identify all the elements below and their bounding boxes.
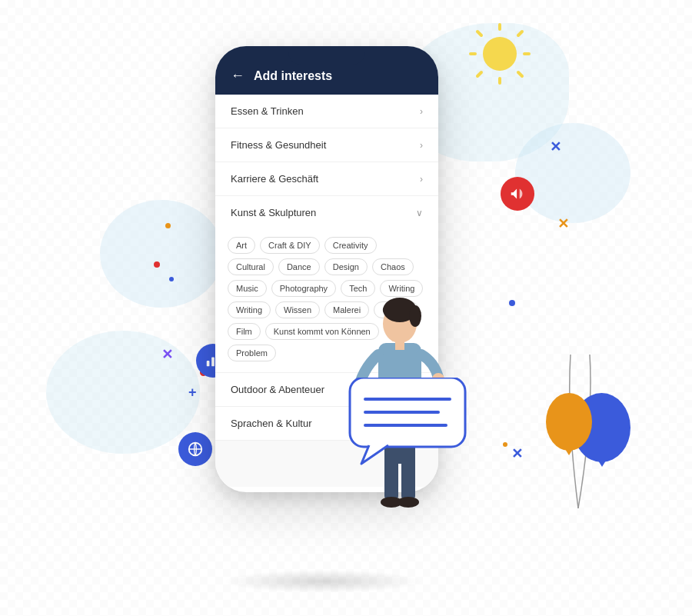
category-fitness[interactable]: Fitness & Gesundheit › bbox=[215, 128, 438, 162]
dot-blue-1 bbox=[169, 277, 174, 281]
tag-creativity[interactable]: Creativity bbox=[324, 237, 377, 254]
cross-blue-3: ✕ bbox=[511, 445, 523, 462]
blob-left bbox=[100, 200, 223, 308]
category-name-kunst: Kunst & Skulpturen bbox=[231, 207, 316, 218]
category-name-outdoor: Outdoor & Abenteuer bbox=[231, 384, 324, 395]
category-karriere[interactable]: Karriere & Geschäft › bbox=[215, 162, 438, 196]
tag-dance[interactable]: Dance bbox=[278, 258, 320, 275]
tag-craft[interactable]: Craft & DIY bbox=[260, 237, 320, 254]
svg-line-5 bbox=[477, 32, 481, 35]
category-name-sprachen: Sprachen & Kultur bbox=[231, 418, 312, 429]
dot-red-1 bbox=[154, 261, 160, 268]
tag-wissen[interactable]: Wissen bbox=[275, 301, 320, 318]
svg-line-8 bbox=[477, 72, 481, 76]
chevron-icon-karriere: › bbox=[420, 174, 423, 185]
dot-orange-2 bbox=[503, 442, 507, 447]
svg-point-24 bbox=[398, 497, 419, 508]
cross-blue-2: + bbox=[188, 385, 197, 401]
category-name-karriere: Karriere & Geschäft bbox=[231, 173, 318, 185]
tag-problem[interactable]: Problem bbox=[228, 345, 276, 361]
chevron-icon-kunst: ∨ bbox=[416, 208, 423, 218]
megaphone-icon bbox=[501, 177, 534, 211]
svg-line-6 bbox=[518, 72, 522, 76]
blob-bottom-left bbox=[46, 331, 200, 454]
scene: ✕ ✕ ✕ + + ✕ ← Add intere bbox=[0, 0, 692, 616]
cross-purple-1: ✕ bbox=[161, 346, 173, 363]
phone-notch bbox=[288, 46, 365, 65]
back-button[interactable]: ← bbox=[231, 68, 245, 84]
balloon-orange bbox=[546, 393, 592, 451]
cross-orange-1: ✕ bbox=[557, 215, 569, 232]
chevron-icon-essen: › bbox=[420, 106, 423, 117]
category-name-fitness: Fitness & Gesundheit bbox=[231, 139, 326, 151]
svg-rect-17 bbox=[395, 341, 404, 350]
category-name-essen: Essen & Trinken bbox=[231, 105, 304, 117]
tag-chaos[interactable]: Chaos bbox=[372, 258, 414, 275]
svg-line-7 bbox=[518, 32, 522, 35]
dot-blue-2 bbox=[509, 300, 515, 306]
svg-rect-9 bbox=[207, 361, 210, 366]
svg-rect-10 bbox=[211, 357, 215, 366]
speech-bubble bbox=[346, 378, 469, 466]
tag-cultural[interactable]: Cultural bbox=[228, 258, 274, 275]
page-title: Add interests bbox=[254, 69, 332, 83]
sun-decoration bbox=[469, 23, 531, 85]
tag-art[interactable]: Art bbox=[228, 237, 255, 254]
cross-blue-1: ✕ bbox=[550, 138, 561, 155]
dot-orange-1 bbox=[165, 223, 171, 228]
chevron-icon-fitness: › bbox=[420, 140, 423, 151]
tag-music[interactable]: Music bbox=[228, 280, 267, 297]
blob-right bbox=[515, 123, 630, 223]
svg-point-0 bbox=[483, 37, 517, 71]
tag-film[interactable]: Film bbox=[228, 323, 261, 340]
tag-writing-2[interactable]: Writing bbox=[228, 301, 271, 318]
basketball-icon bbox=[178, 432, 212, 466]
tag-design[interactable]: Design bbox=[324, 258, 368, 275]
svg-point-15 bbox=[409, 305, 421, 327]
category-kunst[interactable]: Kunst & Skulpturen ∨ bbox=[215, 196, 438, 229]
category-essen[interactable]: Essen & Trinken › bbox=[215, 95, 438, 128]
